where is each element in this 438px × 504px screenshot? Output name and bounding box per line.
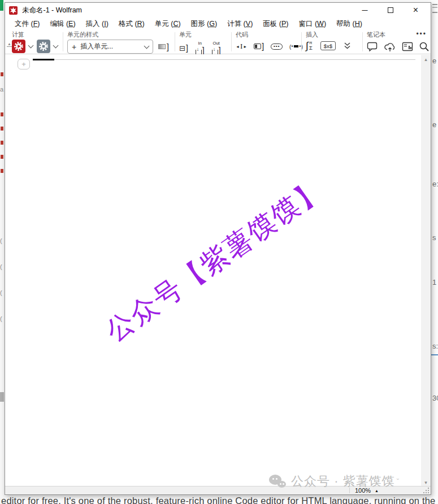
background-text-fragment: s: [432,342,438,350]
toolbar-overflow-icon[interactable]: ••• [416,30,427,38]
chat-bubble-icon[interactable] [367,42,378,51]
background-text-fragment: 30 [432,394,438,402]
ellipsis-code-button[interactable]: ••• [271,44,283,50]
background-scrollbar-fragment [0,392,4,402]
output-cell-button[interactable]: Out ↓] [212,41,221,55]
evaluate-button[interactable] [12,40,25,53]
group-cells-button[interactable]: ⊟] [179,44,188,53]
background-code-fragment [1,141,3,145]
maximize-icon [388,7,393,13]
cell-style-preview-button[interactable]: ] [158,42,169,51]
wechat-branding: 公众号 · 紫薯馍馍 ˇ [269,473,399,490]
vertical-scrollbar[interactable]: ▴ ▾ [421,55,431,487]
iconize-button[interactable]: ◄I► [236,42,247,51]
background-icon-fragment [432,4,437,13]
insert-cell-plus-button[interactable]: + [18,59,30,69]
toolbar-group-insert: 插入 ∫ πΣ $x$ [306,31,351,51]
background-code-fragment [1,112,3,116]
toolbar-group-code: 代码 ◄I► ] ••• (**) [236,31,303,51]
abort-dropdown-icon[interactable] [53,43,59,49]
plus-icon: + [72,42,76,51]
background-text-fragment: e [432,57,436,65]
comment-bar-icon [294,45,298,47]
background-divider-fragment [431,354,438,355]
scroll-up-icon[interactable]: ▴ [424,55,427,64]
toolbar-group-label: 插入 [306,31,351,38]
background-code-fragment [1,127,3,131]
background-text-fragment: ( [0,289,2,296]
menu-item-evaluation[interactable]: 计算 (V) [222,19,258,29]
math-template-button[interactable]: ∫ πΣ [306,41,313,51]
maximize-button[interactable] [378,3,403,18]
toolbar-group-label: 单元 [179,31,221,38]
toolbar: ▲ 计算 单元的样式 + 插入单元... [5,30,431,54]
style-swatch-icon [158,44,166,49]
background-text-fragment: ( [0,315,2,322]
chevron-down-icon [144,43,150,49]
search-icon[interactable] [419,41,430,52]
toolbar-group-evaluate: 计算 [12,31,62,53]
background-code-fragment [1,155,3,159]
cell-insertion-cursor [33,59,54,60]
menu-item-palettes[interactable]: 面板 (P) [258,19,293,29]
background-text-fragment: a [0,86,3,93]
background-text-fragment: e [432,120,436,129]
background-code-fragment [1,169,3,173]
documentation-icon[interactable] [402,42,413,51]
more-insert-chevron-icon[interactable] [344,42,351,50]
menu-item-file[interactable]: 文件 (F) [10,19,45,29]
menu-item-graphics[interactable]: 图形 (G) [186,19,223,29]
evaluate-dropdown-icon[interactable] [28,43,34,49]
abort-button[interactable] [37,40,50,53]
menu-item-insert[interactable]: 插入 (I) [81,19,114,29]
menu-item-window[interactable]: 窗口 (W) [293,19,331,29]
background-green-icon-fragment [0,0,3,11]
menu-item-edit[interactable]: 编辑 (E) [45,19,80,29]
wolfram-window: 未命名-1 - Wolfram ─ × 文件 (F) 编辑 (E) 插入 (I)… [5,2,431,495]
inline-math-button[interactable]: $x$ [320,41,336,50]
close-button[interactable]: × [403,3,428,18]
cell-insertion-line [33,59,415,60]
toolbar-group-label: 计算 [12,31,62,38]
toolbar-group-cell: 单元 ⊟] In ↓] Out ↓] [179,31,221,55]
menu-item-help[interactable]: 帮助 (H) [331,19,367,29]
resize-grip[interactable] [423,488,429,493]
background-webpage-text: editor for free. It's one of the robust,… [1,496,438,504]
background-text-fragment: 1 [432,278,436,286]
insert-cell-dropdown[interactable]: + 插入单元... [67,40,153,54]
wolfram-app-icon [9,6,18,15]
toggle-comment-button[interactable]: ] [254,42,264,51]
menu-item-format[interactable]: 格式 (R) [114,19,150,29]
window-title: 未命名-1 - Wolfram [22,6,82,15]
background-text-fragment: s [432,233,436,242]
background-text-fragment: e: [432,180,438,188]
toolbar-group-label: 单元的样式 [67,31,169,38]
chevron-down-icon: ˇ [397,477,399,486]
toolbar-pin-icon[interactable]: ▲ [7,42,12,47]
purple-watermark-text: 公众号【紫薯馍馍】 [98,171,332,350]
comment-tag-icon [254,44,261,49]
wechat-icon [269,475,286,488]
background-text-fragment: ( [0,237,2,244]
notebook-area[interactable]: + 公众号【紫薯馍馍】 ▴ ▾ [5,54,431,487]
title-bar[interactable]: 未命名-1 - Wolfram ─ × [5,3,431,18]
background-code-fragment [1,72,3,76]
input-cell-button[interactable]: In ↓] [196,41,205,55]
toolbar-group-label: 代码 [236,31,303,38]
menu-item-cell[interactable]: 单元 (C) [150,19,186,29]
minimize-button[interactable]: ─ [352,3,378,18]
background-text-fragment: ( [0,263,2,270]
menu-bar: 文件 (F) 编辑 (E) 插入 (I) 格式 (R) 单元 (C) 图形 (G… [5,18,431,30]
cloud-upload-icon[interactable] [384,42,396,52]
toolbar-group-cell-style: 单元的样式 + 插入单元... ] [67,31,169,54]
